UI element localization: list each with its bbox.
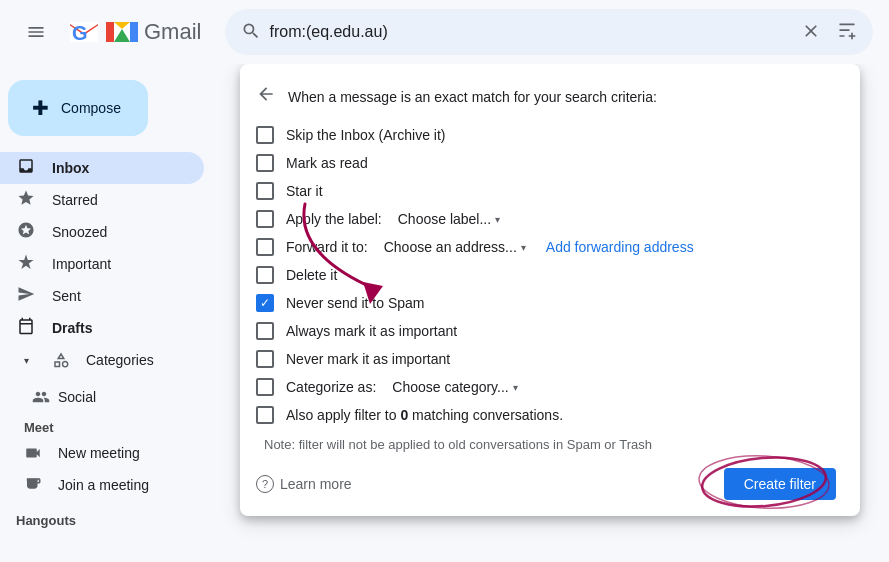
apply-label-text: Apply the label: [286,211,382,227]
sidebar-item-starred[interactable]: Starred [0,184,204,216]
mark-read-label: Mark as read [286,155,368,171]
panel-header: When a message is an exact match for you… [240,80,860,121]
address-dropdown-text: Choose an address... [384,239,517,255]
filter-row-mark-read: Mark as read [240,149,860,177]
filter-row-never-important: Never mark it as important [240,345,860,373]
also-apply-suffix: matching conversations. [412,407,563,423]
sidebar-item-categories[interactable]: ▾ Categories [0,344,204,376]
main-content: ✚ Compose Inbox Starred Snoozed [0,64,889,562]
checkbox-always-important[interactable] [256,322,274,340]
address-dropdown-arrow: ▾ [521,242,526,253]
search-input[interactable] [269,23,785,41]
also-apply-label: Also apply filter to 0 matching conversa… [286,407,563,423]
checkbox-never-important[interactable] [256,350,274,368]
sidebar-item-new-meeting[interactable]: New meeting [0,437,204,469]
never-spam-label: Never send it to Spam [286,295,425,311]
gmail-m-icon: G [68,16,100,48]
filter-row-delete: Delete it [240,261,860,289]
create-filter-button[interactable]: Create filter [724,468,836,500]
sidebar: ✚ Compose Inbox Starred Snoozed [0,64,220,562]
app-container: G Gmail [0,0,889,562]
forward-label-text: Forward it to: [286,239,368,255]
never-important-label: Never mark it as important [286,351,450,367]
address-dropdown[interactable]: Choose an address... ▾ [384,239,526,255]
filter-row-apply-label: Apply the label: Choose label... ▾ [240,205,860,233]
category-dropdown-text: Choose category... [392,379,508,395]
gmail-logo-icon [104,18,140,46]
compose-plus-icon: ✚ [32,96,49,120]
checkbox-categorize[interactable] [256,378,274,396]
sidebar-item-inbox[interactable]: Inbox [0,152,204,184]
checkbox-also-apply[interactable] [256,406,274,424]
category-dropdown[interactable]: Choose category... ▾ [392,379,517,395]
filter-row-always-important: Always mark it as important [240,317,860,345]
skip-inbox-label: Skip the Inbox (Archive it) [286,127,446,143]
categories-icon: ▾ [16,355,36,366]
filter-row-never-spam: Never send it to Spam [240,289,860,317]
help-icon: ? [256,475,274,493]
compose-button[interactable]: ✚ Compose [8,80,148,136]
create-filter-wrapper: Create filter [724,468,836,500]
snoozed-label: Snoozed [52,224,107,240]
svg-rect-3 [26,478,40,481]
filter-row-forward: Forward it to: Choose an address... ▾ Ad… [240,233,860,261]
hamburger-menu[interactable] [16,12,56,52]
drafts-icon [16,317,36,339]
panel-title: When a message is an exact match for you… [288,89,657,105]
delete-label: Delete it [286,267,337,283]
learn-more-link[interactable]: ? Learn more [256,475,352,493]
star-icon [16,189,36,211]
matching-count: 0 [400,407,412,423]
snoozed-icon [16,221,36,243]
drafts-label: Drafts [52,320,92,336]
filter-row-also-apply: Also apply filter to 0 matching conversa… [240,401,860,429]
checkbox-apply-label[interactable] [256,210,274,228]
checkbox-mark-read[interactable] [256,154,274,172]
sidebar-item-sent[interactable]: Sent [0,280,204,312]
starred-label: Starred [52,192,98,208]
top-bar: G Gmail [0,0,889,64]
checkbox-forward[interactable] [256,238,274,256]
sent-icon [16,285,36,307]
learn-more-label: Learn more [280,476,352,492]
back-arrow-icon[interactable] [256,84,276,109]
label-dropdown-arrow: ▾ [495,214,500,225]
checkbox-delete[interactable] [256,266,274,284]
inbox-icon [16,157,36,179]
compose-label: Compose [61,100,121,116]
sidebar-item-snoozed[interactable]: Snoozed [0,216,204,248]
search-clear-icon[interactable] [801,21,821,44]
checkbox-skip-inbox[interactable] [256,126,274,144]
gmail-logo: G Gmail [68,16,201,48]
categories-label: Categories [86,352,154,368]
search-options-icon[interactable] [837,21,857,44]
svg-text:G: G [72,22,88,44]
hangouts-label: Hangouts [0,505,220,530]
sidebar-item-drafts[interactable]: Drafts [0,312,204,344]
star-it-label: Star it [286,183,323,199]
important-label: Important [52,256,111,272]
social-section-label: Social [0,376,220,412]
label-dropdown[interactable]: Choose label... ▾ [398,211,500,227]
sidebar-item-join-meeting[interactable]: Join a meeting [0,469,204,501]
category-dropdown-arrow: ▾ [513,382,518,393]
content-area: When a message is an exact match for you… [220,64,889,562]
inbox-label: Inbox [52,160,89,176]
meet-section-label: Meet [0,412,220,437]
checkbox-star-it[interactable] [256,182,274,200]
always-important-label: Always mark it as important [286,323,457,339]
filter-note: Note: filter will not be applied to old … [240,429,860,460]
filter-panel: When a message is an exact match for you… [240,64,860,516]
sent-label: Sent [52,288,81,304]
search-bar [225,9,873,55]
sidebar-item-important[interactable]: Important [0,248,204,280]
search-icon [241,21,261,44]
checkbox-never-spam[interactable] [256,294,274,312]
add-forwarding-link[interactable]: Add forwarding address [546,239,694,255]
label-dropdown-text: Choose label... [398,211,491,227]
join-meeting-label: Join a meeting [58,477,149,493]
categorize-label-text: Categorize as: [286,379,376,395]
filter-row-skip-inbox: Skip the Inbox (Archive it) [240,121,860,149]
gmail-title: Gmail [144,19,201,45]
important-icon [16,253,36,275]
